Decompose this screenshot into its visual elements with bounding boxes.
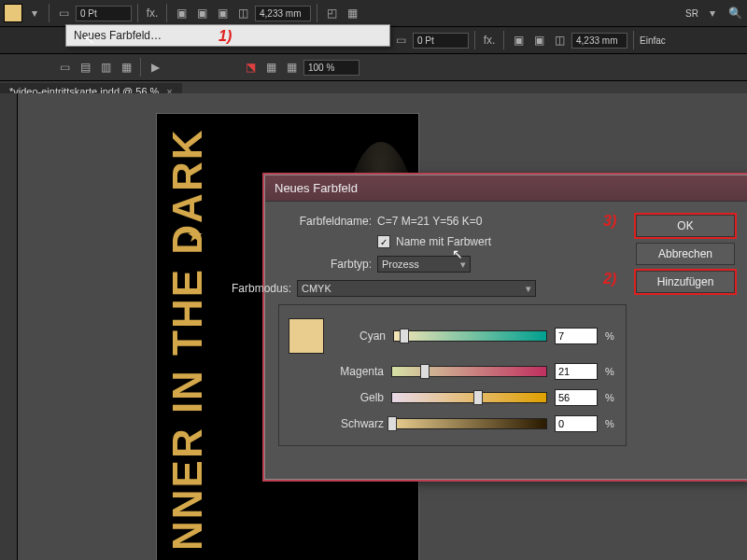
color-mode-label: Farbmodus:: [213, 282, 291, 295]
yellow-label: Gelb: [330, 391, 384, 404]
align-icon[interactable]: ▦: [344, 5, 360, 21]
name-with-value-label: Name mit Farbwert: [396, 235, 491, 248]
tool-icon[interactable]: ▶: [147, 59, 163, 76]
cyan-label: Cyan: [331, 329, 386, 343]
stroke-weight-field-2[interactable]: [413, 33, 469, 49]
cyan-slider[interactable]: [393, 330, 547, 342]
color-type-label: Farbtyp:: [278, 258, 372, 271]
name-with-value-checkbox[interactable]: ✓: [377, 235, 390, 248]
vertical-ruler: [0, 93, 18, 560]
yellow-slider[interactable]: [391, 392, 547, 403]
dialog-title: Neues Farbfeld: [265, 175, 747, 202]
chevron-down-icon[interactable]: ▾: [704, 5, 721, 21]
crop-icon[interactable]: ◫: [551, 32, 568, 49]
wrap-icon[interactable]: ▣: [173, 5, 190, 21]
tool-icon[interactable]: ▤: [77, 59, 93, 76]
fill-swatch[interactable]: [4, 4, 22, 22]
stroke-icon[interactable]: ▭: [55, 5, 72, 21]
stroke-icon[interactable]: ▭: [392, 32, 409, 49]
magenta-value-field[interactable]: [555, 363, 598, 380]
magenta-slider[interactable]: [391, 366, 547, 377]
cyan-value-field[interactable]: [555, 328, 598, 344]
fit-label[interactable]: Einfac: [640, 35, 666, 46]
swap-icon[interactable]: ⬔: [242, 59, 259, 76]
cursor-icon: ↖: [84, 32, 95, 47]
dimension-field-2[interactable]: [571, 33, 627, 49]
tool-icon[interactable]: ▦: [118, 59, 134, 76]
wrap2-icon[interactable]: ▣: [193, 5, 210, 21]
wrap2-icon[interactable]: ▣: [530, 32, 547, 49]
chevron-down-icon[interactable]: ▾: [26, 5, 43, 21]
pct-label: %: [605, 392, 616, 403]
yellow-value-field[interactable]: [555, 389, 598, 406]
pct-label: %: [605, 366, 616, 377]
color-preview-swatch: [289, 318, 324, 354]
annotation-1: 1): [218, 28, 232, 45]
color-mode-select[interactable]: CMYK: [297, 280, 536, 297]
tool-icon[interactable]: ▥: [97, 59, 114, 76]
add-button[interactable]: Hinzufügen: [636, 271, 735, 293]
cmyk-sliders: Cyan % Magenta % Gelb %: [278, 304, 627, 446]
annotation-3: 3): [603, 213, 616, 230]
top-toolbar-1: ▾ ▭ fx. ▣ ▣ ▣ ◫ ◰ ▦ SR ▾ 🔍: [0, 0, 747, 27]
swatch-name-label: Farbfeldname:: [278, 215, 372, 228]
ok-button[interactable]: OK: [636, 215, 735, 237]
workspace-label[interactable]: SR: [685, 8, 698, 19]
zoom-field[interactable]: [303, 60, 359, 76]
cursor-icon: ↖: [452, 246, 463, 261]
grid-icon[interactable]: ▦: [262, 59, 279, 76]
tool-icon[interactable]: ▭: [56, 59, 73, 76]
wrap-icon[interactable]: ▣: [510, 32, 527, 49]
star-icon: ★: [187, 224, 204, 246]
black-value-field[interactable]: [555, 415, 598, 432]
cancel-button[interactable]: Abbrechen: [636, 243, 735, 265]
search-icon[interactable]: 🔍: [726, 5, 743, 21]
black-label: Schwarz: [330, 417, 384, 430]
magenta-label: Magenta: [330, 365, 384, 378]
poster-headline: NNER IN THE DARK: [164, 123, 211, 551]
stroke-weight-field[interactable]: [76, 6, 132, 21]
top-toolbar-3: ▭ ▤ ▥ ▦ ▶ ⬔ ▦ ▦: [0, 54, 747, 81]
corner-icon[interactable]: ◰: [323, 5, 340, 21]
swatch-name-value: C=7 M=21 Y=56 K=0: [377, 215, 483, 228]
crop-icon[interactable]: ◫: [234, 5, 251, 21]
fx-icon[interactable]: fx.: [481, 32, 498, 49]
fx-icon[interactable]: fx.: [144, 5, 161, 21]
pct-label: %: [605, 418, 616, 429]
new-swatch-dialog: Neues Farbfeld Farbfeldname: C=7 M=21 Y=…: [264, 175, 747, 480]
pct-label: %: [605, 330, 616, 342]
black-slider[interactable]: [391, 418, 547, 429]
grid-icon[interactable]: ▦: [283, 59, 300, 76]
dimension-field[interactable]: [255, 6, 311, 21]
wrap3-icon[interactable]: ▣: [214, 5, 231, 21]
annotation-2: 2): [603, 271, 616, 287]
